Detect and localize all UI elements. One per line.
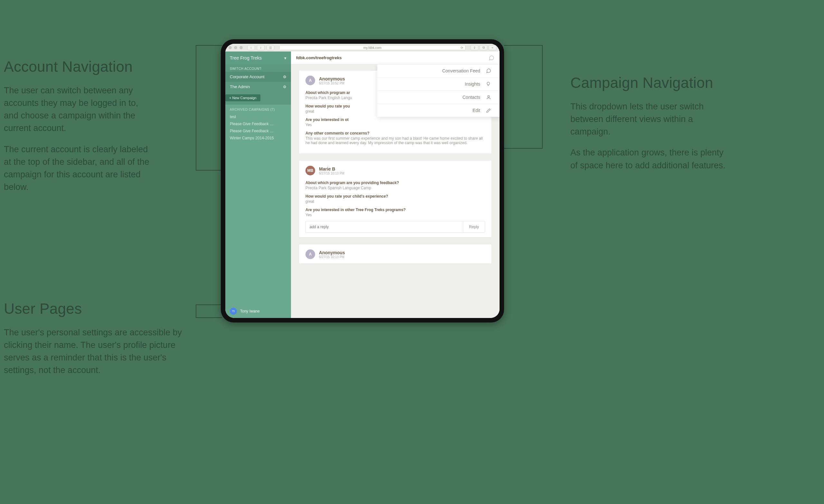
annotation-title: Account Navigation <box>4 58 152 75</box>
chat-bubble-icon[interactable] <box>489 55 494 61</box>
switch-account-label: SWITCH ACCOUNT: <box>225 64 291 72</box>
annotation-line <box>504 148 543 149</box>
archived-label: ARCHIVED CAMPAIGNS (7) <box>225 105 291 113</box>
sidebar-item-corporate-account[interactable]: Corporate Account ⚙ <box>225 72 291 82</box>
campaign-topbar: fdbk.com/treefrogtreks <box>291 52 500 64</box>
respondent-name: Anonymous <box>319 76 345 81</box>
tablet-frame: ‹ › ☰ my.fdbk.com ⟳ ⇪ ⧉ ＋ Tree Frog Trek… <box>221 39 504 322</box>
new-tab-button[interactable]: ＋ <box>489 45 496 50</box>
annotation-line <box>196 304 222 305</box>
new-campaign-button[interactable]: + New Campaign <box>225 94 261 101</box>
user-settings-link[interactable]: TI Tony Iwane <box>225 304 291 318</box>
question: How would you rate your child's experien… <box>305 194 485 199</box>
main: fdbk.com/treefrogtreks Conversation Feed <box>291 52 500 318</box>
question: Are you interested in other Tree Frog Tr… <box>305 208 485 212</box>
annotation-text: The user's personal settings are accessi… <box>4 326 184 377</box>
annotation-campaign-nav: Campaign Navigation This dropdown lets t… <box>571 74 731 180</box>
screen: ‹ › ☰ my.fdbk.com ⟳ ⇪ ⧉ ＋ Tree Frog Trek… <box>225 44 500 318</box>
archived-campaigns-group: ARCHIVED CAMPAIGNS (7) test Please Give … <box>225 105 291 141</box>
answer: Yes <box>305 123 485 127</box>
lightbulb-icon <box>486 81 492 87</box>
account-name: Corporate Account <box>230 74 265 79</box>
timestamp: 6/27/15 10:13 PM <box>319 172 344 175</box>
refresh-icon[interactable]: ⟳ <box>460 46 463 49</box>
url-text: my.fdbk.com <box>364 46 382 49</box>
dropdown-item-contacts[interactable]: Contacts <box>377 91 500 104</box>
browser-titlebar: ‹ › ☰ my.fdbk.com ⟳ ⇪ ⧉ ＋ <box>225 44 500 52</box>
app: Tree Frog Treks ▾ SWITCH ACCOUNT: Corpor… <box>225 52 500 318</box>
annotation-account-nav: Account Navigation The user can switch b… <box>4 58 152 202</box>
sidebar: Tree Frog Treks ▾ SWITCH ACCOUNT: Corpor… <box>225 52 291 318</box>
answer: Yes <box>305 213 485 217</box>
sidebar-item-campaign[interactable]: Please Give Feedback … <box>225 127 291 134</box>
annotation-title: Campaign Navigation <box>571 74 731 91</box>
share-button[interactable]: ⇪ <box>471 45 478 50</box>
dropdown-label: Conversation Feed <box>442 68 480 73</box>
question: Any other comments or concerns? <box>305 131 485 135</box>
user-name: Tony Iwane <box>240 309 260 313</box>
chat-bubble-icon <box>486 68 492 73</box>
annotation-title: User Pages <box>4 300 184 317</box>
svg-point-0 <box>488 96 489 97</box>
dropdown-label: Insights <box>465 81 480 87</box>
campaign-url: fdbk.com/treefrogtreks <box>296 56 342 60</box>
address-bar[interactable]: my.fdbk.com ⟳ <box>279 45 466 50</box>
gear-icon[interactable]: ⚙ <box>283 75 287 79</box>
sidebar-item-campaign[interactable]: Winter Camps 2014-2015 <box>225 134 291 141</box>
reply-input[interactable] <box>305 221 463 233</box>
annotation-text: As the application grows, there is plent… <box>571 146 731 172</box>
account-name: The Admin <box>230 84 250 89</box>
feedback-card: A Anonymous 6/27/15 10:13 PM <box>299 244 492 264</box>
sidebar-item-the-admin[interactable]: The Admin ⚙ <box>225 82 291 92</box>
person-icon <box>486 95 492 100</box>
answer: Precita Park Spanish Language Camp <box>305 186 485 190</box>
forward-button[interactable]: › <box>257 45 265 50</box>
sidebar-item-campaign[interactable]: Please Give Feedback … <box>225 120 291 127</box>
avatar: TI <box>230 308 237 315</box>
question: Are you interested in ot <box>305 117 485 122</box>
annotation-line <box>504 45 543 46</box>
reply-button[interactable]: Reply <box>463 221 485 233</box>
annotation-user-pages: User Pages The user's personal settings … <box>4 300 184 385</box>
dropdown-item-edit[interactable]: Edit <box>377 104 500 117</box>
sidebar-item-campaign[interactable]: test <box>225 113 291 120</box>
timestamp: 6/27/15 10:13 PM <box>319 255 345 259</box>
annotation-text: The current account is clearly labeled a… <box>4 143 152 194</box>
annotation-line <box>196 45 222 46</box>
dropdown-item-conversation-feed[interactable]: Conversation Feed <box>377 64 500 78</box>
current-account-name: Tree Frog Treks <box>230 56 262 61</box>
dropdown-label: Contacts <box>462 95 480 100</box>
annotation-line <box>196 317 222 318</box>
back-button[interactable]: ‹ <box>247 45 255 50</box>
dropdown-item-insights[interactable]: Insights <box>377 78 500 91</box>
question: About which program are you providing fe… <box>305 181 485 185</box>
respondent-name: Marie B <box>319 167 344 172</box>
annotation-line <box>196 45 196 171</box>
avatar: A <box>305 76 315 85</box>
traffic-light[interactable] <box>239 46 243 49</box>
answer: great <box>305 199 485 204</box>
respondent-name: Anonymous <box>319 250 345 255</box>
window-controls <box>228 46 243 49</box>
gear-icon[interactable]: ⚙ <box>283 85 287 89</box>
account-switcher[interactable]: Tree Frog Treks ▾ <box>225 52 291 64</box>
annotation-text: The user can switch between any accounts… <box>4 84 152 135</box>
avatar: A <box>305 249 315 259</box>
campaign-nav-dropdown: Conversation Feed Insights Contacts <box>377 64 500 117</box>
sidebar-toggle-button[interactable]: ☰ <box>267 45 274 50</box>
traffic-light[interactable] <box>234 46 237 49</box>
chevron-down-icon: ▾ <box>284 56 287 61</box>
annotation-line <box>542 45 543 149</box>
pencil-icon <box>486 108 492 113</box>
dropdown-label: Edit <box>473 108 480 113</box>
timestamp: 6/27/15 10:52 PM <box>319 81 345 85</box>
feedback-card: MB Marie B 6/27/15 10:13 PM About which … <box>299 160 492 237</box>
traffic-light[interactable] <box>228 46 232 49</box>
annotation-line <box>196 170 222 171</box>
switch-account-group: SWITCH ACCOUNT: Corporate Account ⚙ The … <box>225 64 291 105</box>
tabs-button[interactable]: ⧉ <box>480 45 487 50</box>
annotation-text: This dropdown lets the user switch betwe… <box>571 100 731 138</box>
annotation-line <box>196 304 196 318</box>
avatar: MB <box>305 166 315 175</box>
answer: This was our first summer camp experienc… <box>305 136 485 145</box>
